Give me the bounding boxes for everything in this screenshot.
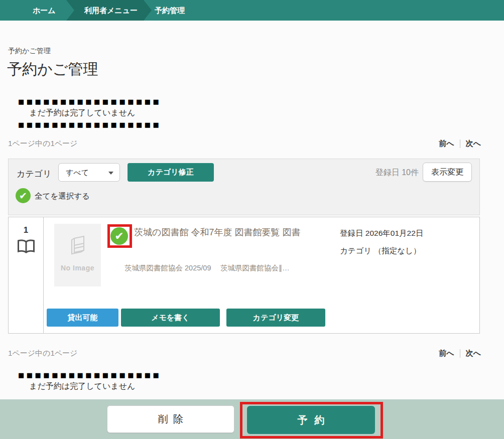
top-nav: ホーム 利用者メニュー 予約管理 <box>0 0 504 21</box>
reservation-item-row: 1 No Image ✔ 茨城の図書館 令和7年度 図書館要覧 図書 茨城県図書… <box>8 217 480 334</box>
item-count: 10件 <box>402 168 419 177</box>
nav-item-user-menu[interactable]: 利用者メニュー <box>66 0 152 21</box>
item-category-label: カテゴリ <box>340 246 371 255</box>
item-category-value: （指定なし） <box>374 246 421 255</box>
prev-page-link-bottom[interactable]: 前へ <box>439 349 454 358</box>
category-change-button[interactable]: カテゴリ変更 <box>226 309 325 327</box>
item-number: 1 <box>9 225 43 235</box>
item-registered-date-row: 登録日 2026年01月22日 <box>340 224 423 242</box>
warning-message-bottom: ■■■■■■■■■■■■■■■■■ まだ予約は完了していません <box>18 371 161 394</box>
pagination-top: 1ページ中の1ページ 前へ 次へ <box>8 139 481 149</box>
next-page-link[interactable]: 次へ <box>466 139 481 149</box>
item-meta: 登録日 2026年01月22日 カテゴリ （指定なし） <box>340 224 423 259</box>
registered-date: 2026年01月22日 <box>365 229 423 237</box>
next-page-link-bottom[interactable]: 次へ <box>466 349 481 358</box>
no-image-placeholder: No Image <box>54 224 101 286</box>
registered-label: 登録日 <box>340 229 363 237</box>
page-status-bottom: 1ページ中の1ページ <box>8 349 77 358</box>
sort-field-label: 登録日 <box>375 168 400 177</box>
prev-page-link[interactable]: 前へ <box>439 139 454 149</box>
warning-border-bottom: ■■■■■■■■■■■■■■■■■ <box>18 121 161 128</box>
filter-panel: カテゴリ すべて カテゴリ修正 登録日 10件 表示変更 ✔ 全てを選択する <box>8 159 480 215</box>
reserve-button[interactable]: 予約 <box>247 406 375 434</box>
page-title: 予約かご管理 <box>7 59 98 80</box>
page-status: 1ページ中の1ページ <box>8 139 77 149</box>
action-bar: 削除 予約 <box>0 399 504 439</box>
warning-border-top: ■■■■■■■■■■■■■■■■■ <box>18 98 161 105</box>
breadcrumb: 予約かご管理 <box>8 47 51 56</box>
write-memo-button[interactable]: メモを書く <box>121 309 220 327</box>
warning-text: まだ予約は完了していません <box>29 108 161 118</box>
category-label: カテゴリ <box>17 168 52 180</box>
display-change-button[interactable]: 表示変更 <box>423 163 472 182</box>
warning-border-top: ■■■■■■■■■■■■■■■■■ <box>18 371 161 379</box>
item-index-cell: 1 <box>9 217 44 333</box>
divider <box>460 349 460 358</box>
select-all-label[interactable]: 全てを選択する <box>35 191 90 202</box>
no-image-book-icon <box>67 235 88 258</box>
sort-info: 登録日 10件 <box>375 168 419 178</box>
item-title-link[interactable]: 茨城の図書館 令和7年度 図書館要覧 図書 <box>123 223 336 241</box>
item-author: 茨城県図書館協会 2025/09 茨城県図書館協会∥… <box>124 263 290 273</box>
nav-item-reservation-mgmt[interactable]: 予約管理 <box>155 0 185 21</box>
chevron-down-icon <box>108 172 113 175</box>
category-select[interactable]: すべて <box>58 163 120 182</box>
delete-button[interactable]: 削除 <box>107 405 234 433</box>
pagination-bottom: 1ページ中の1ページ 前へ 次へ <box>8 349 481 359</box>
divider <box>460 139 460 148</box>
category-edit-button[interactable]: カテゴリ修正 <box>128 163 214 182</box>
select-all-check-icon[interactable]: ✔ <box>16 188 31 203</box>
warning-message-top: ■■■■■■■■■■■■■■■■■ まだ予約は完了していません ■■■■■■■■… <box>18 98 161 128</box>
category-select-value: すべて <box>66 164 89 181</box>
item-category-row: カテゴリ （指定なし） <box>340 242 423 259</box>
warning-text: まだ予約は完了していません <box>29 381 161 392</box>
lend-status-badge: 貸出可能 <box>47 309 118 327</box>
book-icon <box>9 239 43 255</box>
nav-item-home[interactable]: ホーム <box>33 0 56 21</box>
no-image-label: No Image <box>54 264 101 272</box>
